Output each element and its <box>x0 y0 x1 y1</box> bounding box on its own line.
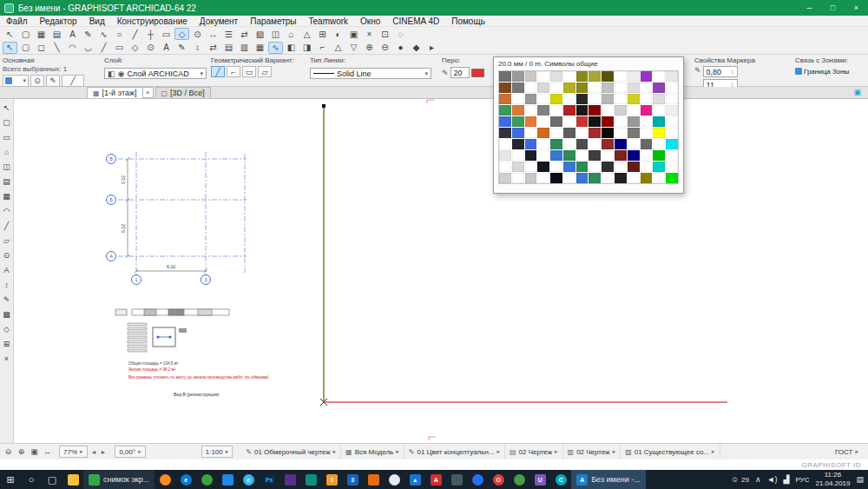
pen-color-cell[interactable] <box>602 128 614 138</box>
menu-item[interactable]: Teamwork <box>303 16 355 26</box>
pen-color-swatch[interactable] <box>471 69 484 77</box>
pen-color-cell[interactable] <box>615 128 627 138</box>
pen-color-cell[interactable] <box>550 71 562 82</box>
task-view-icon[interactable]: ▢ <box>42 470 62 489</box>
pen-color-cell[interactable] <box>628 83 640 93</box>
pen-color-cell[interactable] <box>602 83 614 93</box>
pen-color-cell[interactable] <box>666 173 678 183</box>
pinned-app[interactable]: ▲ <box>404 470 425 489</box>
pen-color-cell[interactable] <box>589 83 601 93</box>
pen-color-cell[interactable] <box>563 128 575 138</box>
pen-color-cell[interactable] <box>641 71 653 82</box>
pen-color-cell[interactable] <box>525 162 537 172</box>
pen-color-cell[interactable] <box>628 173 640 183</box>
menu-item[interactable]: Параметры <box>244 16 302 26</box>
pen-color-cell[interactable] <box>628 71 640 82</box>
pen-color-cell[interactable] <box>512 150 524 161</box>
pen-color-cell[interactable] <box>615 71 627 82</box>
stepper-icon[interactable]: ↕ <box>731 69 734 75</box>
pen-color-cell[interactable] <box>499 150 511 161</box>
pen-color-cell[interactable] <box>550 83 562 93</box>
pen-color-cell[interactable] <box>615 150 627 161</box>
toolbox-icon[interactable]: ▢ <box>1 116 13 129</box>
pen-color-cell[interactable] <box>589 128 601 138</box>
toolbar-icon[interactable]: ⌐ <box>315 42 330 54</box>
toolbar-icon[interactable]: ▸ <box>424 42 439 54</box>
toolbox-icon[interactable]: ▩ <box>1 308 13 320</box>
toolbox-icon[interactable]: ▱ <box>1 235 13 247</box>
pen-color-cell[interactable] <box>653 173 665 183</box>
pen-color-cell[interactable] <box>628 128 640 138</box>
pinned-app[interactable] <box>217 470 238 489</box>
pen-color-cell[interactable] <box>653 71 665 82</box>
toolbox-icon[interactable]: ⊙ <box>1 249 13 261</box>
clock[interactable]: 11:26 21.04.2019 <box>815 471 850 487</box>
toolbar-icon[interactable]: ▭ <box>112 42 127 54</box>
pen-color-cell[interactable] <box>563 173 575 183</box>
pen-color-cell[interactable] <box>525 139 537 149</box>
pen-color-cell[interactable] <box>641 162 653 172</box>
status-dropdown[interactable]: ▦ Вся Модель ▸ <box>341 444 404 459</box>
pen-color-cell[interactable] <box>653 128 665 138</box>
pen-color-cell[interactable] <box>653 162 665 172</box>
toolbox-icon[interactable]: ⊞ <box>1 338 13 350</box>
pen-color-cell[interactable] <box>550 173 562 183</box>
toolbar-icon[interactable]: ▦ <box>34 28 49 40</box>
pen-color-cell[interactable] <box>537 173 549 183</box>
pinned-app[interactable] <box>300 470 321 489</box>
taskbar-window-archicad[interactable]: A Без имени -... <box>571 470 646 489</box>
pen-color-cell[interactable] <box>499 116 511 127</box>
pen-color-cell[interactable] <box>550 105 562 116</box>
toolbar-icon[interactable]: ▧ <box>253 28 267 40</box>
pen-color-cell[interactable] <box>525 128 537 138</box>
toolbar-icon[interactable]: ↔ <box>206 28 220 40</box>
tab-floor-plan[interactable]: ▦ [1-й этаж] <box>87 87 143 98</box>
status-dropdown[interactable]: ✎ 01 Обмерочный чертеж ▸ <box>241 444 341 459</box>
status-dropdown[interactable]: ▤ 02 Чертеж ▸ <box>505 444 563 459</box>
drawing-canvas[interactable]: 6-10 5-12 5-12 В Б А 1 3 <box>14 99 868 443</box>
pen-color-cell[interactable] <box>576 71 589 82</box>
pen-color-cell[interactable] <box>641 83 653 93</box>
toolbar-icon[interactable]: ▢ <box>18 42 33 54</box>
toolbar-icon[interactable]: ✎ <box>81 28 95 40</box>
geometry-option[interactable]: ⌐ <box>227 66 240 77</box>
pen-color-cell[interactable] <box>602 173 614 183</box>
toolbar-icon[interactable]: ● <box>393 42 408 54</box>
line-type-dropdown[interactable]: Solid Line ▾ <box>310 68 431 79</box>
pen-color-cell[interactable] <box>563 150 575 161</box>
toolbar-icon[interactable]: ↖ <box>3 42 17 54</box>
pen-color-cell[interactable] <box>666 83 678 93</box>
favorites-button[interactable]: ✎ <box>46 75 60 87</box>
pen-color-cell[interactable] <box>550 139 562 149</box>
pen-color-cell[interactable] <box>499 139 511 149</box>
pen-color-cell[interactable] <box>563 116 575 127</box>
close-button[interactable]: × <box>845 0 868 16</box>
pinned-app[interactable]: O <box>488 470 509 489</box>
toolbar-icon[interactable]: A <box>65 28 80 40</box>
pen-color-cell[interactable] <box>512 105 524 116</box>
pen-color-cell[interactable] <box>666 94 678 104</box>
toolbar-icon[interactable]: ⊖ <box>378 42 392 54</box>
pen-color-cell[interactable] <box>641 139 653 149</box>
pen-color-cell[interactable] <box>602 162 614 172</box>
search-icon[interactable]: ○ <box>21 470 42 489</box>
menu-item[interactable]: Конструирование <box>111 16 194 26</box>
pinned-app[interactable]: 3 <box>342 470 363 489</box>
pen-color-cell[interactable] <box>589 150 601 161</box>
volume-icon[interactable]: ◄) <box>767 475 778 484</box>
pen-color-cell[interactable] <box>653 94 665 104</box>
pen-color-cell[interactable] <box>537 150 549 161</box>
toolbox-icon[interactable]: ✎ <box>1 294 13 306</box>
toolbox-icon[interactable]: ▭ <box>1 131 13 143</box>
zoom-control-icon[interactable]: ↔ <box>41 447 54 456</box>
toolbar-icon[interactable]: ╱ <box>96 42 111 54</box>
menu-item[interactable]: Файл <box>0 16 34 26</box>
network-icon[interactable]: ▟ <box>783 475 789 484</box>
pen-color-cell[interactable] <box>602 116 614 127</box>
pen-color-cell[interactable] <box>499 173 511 183</box>
toolbar-icon[interactable]: ◐ <box>331 28 345 40</box>
toolbar-icon[interactable]: ✎ <box>174 42 189 54</box>
toolbar-icon[interactable]: △ <box>299 28 314 40</box>
pen-color-cell[interactable] <box>576 128 589 138</box>
pen-color-cell[interactable] <box>615 139 627 149</box>
